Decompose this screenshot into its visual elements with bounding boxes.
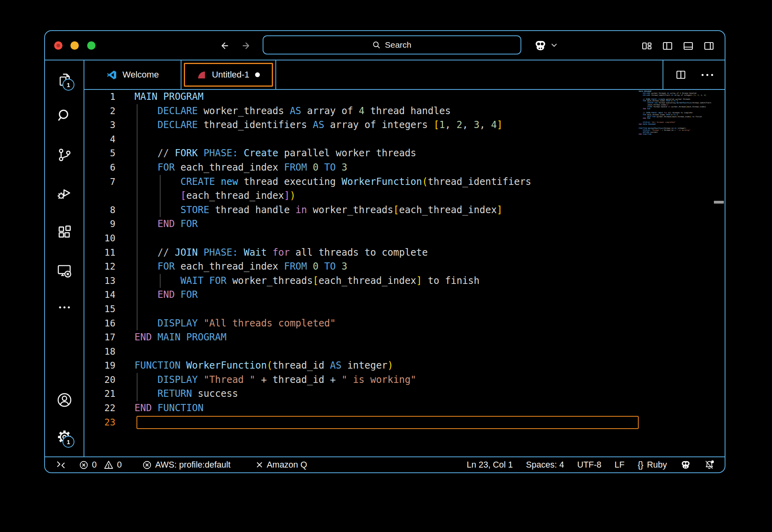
code-line[interactable]: 3 DECLARE thread_identifiers AS array of…	[84, 118, 725, 132]
line-number[interactable]: 14	[84, 288, 115, 302]
line-number[interactable]: 13	[84, 274, 115, 288]
notifications-bell-icon[interactable]	[704, 460, 714, 470]
extensions-icon[interactable]	[57, 224, 72, 240]
code-line[interactable]: 13 WAIT FOR worker_threads[each_thread_i…	[84, 274, 725, 288]
code-line[interactable]: 9 END FOR	[84, 217, 725, 231]
code-line[interactable]: 21 RETURN success	[84, 387, 725, 401]
tab-untitled-1[interactable]: Untitled-1	[181, 60, 276, 89]
line-number[interactable]: 10	[84, 231, 115, 246]
problems-warnings[interactable]: 0	[104, 460, 122, 470]
code-line[interactable]: 11 // JOIN PHASE: Wait for all threads t…	[84, 246, 725, 260]
remote-explorer-icon[interactable]	[57, 263, 72, 279]
braces-icon: {}	[637, 460, 643, 470]
line-number[interactable]: 19	[84, 359, 115, 373]
indentation[interactable]: Spaces: 4	[526, 460, 564, 470]
code-line[interactable]: 15	[84, 302, 725, 316]
code-line[interactable]: 19FUNCTION WorkerFunction(thread_id AS i…	[84, 359, 725, 373]
code-line[interactable]: 17END MAIN PROGRAM	[84, 330, 725, 345]
line-number[interactable]: 18	[84, 345, 115, 359]
encoding[interactable]: UTF-8	[577, 460, 601, 470]
cursor-position[interactable]: Ln 23, Col 1	[467, 460, 513, 470]
indent-guide	[137, 189, 137, 203]
more-actions-icon[interactable]	[57, 299, 72, 315]
chevron-down-icon[interactable]	[551, 43, 557, 47]
toggle-secondary-sidebar-icon[interactable]	[704, 41, 714, 51]
split-editor-icon[interactable]	[675, 69, 686, 80]
tab-welcome[interactable]: Welcome	[84, 60, 181, 89]
code-line[interactable]: 7 CREATE new thread executing WorkerFunc…	[84, 175, 725, 189]
code-line[interactable]: 20 DISPLAY "Thread " + thread_id + " is …	[84, 373, 725, 387]
zoom-window-button[interactable]	[87, 41, 96, 50]
line-number[interactable]: 2	[84, 104, 115, 118]
line-number[interactable]: 9	[84, 217, 115, 231]
line-number[interactable]: 1	[84, 90, 115, 104]
toggle-primary-sidebar-icon[interactable]	[662, 41, 673, 51]
line-number[interactable]: 7	[84, 175, 115, 189]
code-line[interactable]: 16 DISPLAY "All threads completed"	[84, 316, 725, 331]
code-line[interactable]: 5 // FORK PHASE: Create parallel worker …	[84, 146, 725, 161]
code-line[interactable]: 14 END FOR	[84, 288, 725, 302]
forward-arrow-icon[interactable]	[240, 40, 251, 51]
back-arrow-icon[interactable]	[219, 40, 230, 51]
code-editor[interactable]: 1MAIN PROGRAM2 DECLARE worker_threads AS…	[84, 90, 725, 456]
code-line[interactable]: 12 FOR each_thread_index FROM 0 TO 3	[84, 260, 725, 274]
line-number[interactable]: 5	[84, 146, 115, 161]
code-line[interactable]: [each_thread_index])	[84, 189, 725, 203]
amazon-q-item[interactable]: Amazon Q	[256, 460, 307, 470]
code-line[interactable]: 1MAIN PROGRAM	[84, 90, 725, 104]
explorer-badge: 1	[62, 79, 74, 91]
line-number[interactable]: 4	[84, 132, 115, 147]
close-window-button[interactable]	[54, 41, 62, 50]
scrollbar-handle[interactable]	[714, 201, 724, 204]
run-debug-icon[interactable]	[57, 186, 72, 202]
customize-layout-icon[interactable]	[641, 41, 652, 51]
search-sidebar-icon[interactable]	[57, 108, 72, 124]
line-number[interactable]: 21	[84, 387, 115, 401]
source-control-icon[interactable]	[57, 147, 72, 163]
line-number[interactable]: 3	[84, 118, 115, 132]
search-input[interactable]: Search	[263, 35, 521, 54]
line-number[interactable]	[84, 189, 115, 203]
indent-guide	[137, 231, 137, 246]
more-editor-actions-icon[interactable]	[702, 74, 713, 76]
indent-guide	[137, 203, 137, 217]
line-number[interactable]: 8	[84, 203, 115, 217]
accounts-icon[interactable]	[57, 392, 72, 408]
line-content: // JOIN PHASE: Wait for all threads to c…	[135, 246, 428, 260]
line-number[interactable]: 23	[84, 416, 115, 430]
line-number[interactable]: 12	[84, 260, 115, 274]
indent-guide	[137, 175, 137, 189]
line-number[interactable]: 16	[84, 316, 115, 331]
code-line[interactable]: 2 DECLARE worker_threads AS array of 4 t…	[84, 104, 725, 118]
toggle-panel-icon[interactable]	[683, 41, 694, 51]
error-icon	[79, 460, 88, 470]
copilot-status-icon[interactable]	[680, 460, 691, 469]
copilot-icon[interactable]	[534, 40, 547, 51]
eol-sequence[interactable]: LF	[614, 460, 624, 470]
code-line[interactable]: 4	[84, 132, 725, 147]
line-number[interactable]: 11	[84, 246, 115, 260]
unsaved-changes-dot[interactable]	[255, 72, 260, 77]
aws-profile-item[interactable]: AWS: profile:default	[142, 460, 230, 470]
minimap[interactable]: MAIN PROGRAM DECLARE worker_threads AS a…	[639, 91, 714, 137]
minimize-window-button[interactable]	[70, 41, 79, 50]
code-line[interactable]: 23	[84, 416, 725, 430]
code-line[interactable]: 6 FOR each_thread_index FROM 0 TO 3	[84, 161, 725, 175]
warning-count: 0	[117, 460, 122, 470]
line-number[interactable]: 22	[84, 401, 115, 416]
code-line[interactable]: 10	[84, 231, 725, 246]
remote-indicator[interactable]	[56, 460, 66, 470]
indent-guide	[137, 146, 137, 161]
indent-guide	[137, 217, 137, 231]
code-line[interactable]: 18	[84, 345, 725, 359]
line-number[interactable]: 15	[84, 302, 115, 316]
code-line[interactable]: 8 STORE thread handle in worker_threads[…	[84, 203, 725, 217]
indent-guide	[137, 288, 137, 302]
line-number[interactable]: 20	[84, 373, 115, 387]
line-number[interactable]: 17	[84, 330, 115, 345]
language-mode[interactable]: {} Ruby	[637, 460, 667, 470]
code-lines: 1MAIN PROGRAM2 DECLARE worker_threads AS…	[84, 90, 725, 429]
line-number[interactable]: 6	[84, 161, 115, 175]
problems-errors[interactable]: 0	[79, 460, 97, 470]
code-line[interactable]: 22END FUNCTION	[84, 401, 725, 416]
